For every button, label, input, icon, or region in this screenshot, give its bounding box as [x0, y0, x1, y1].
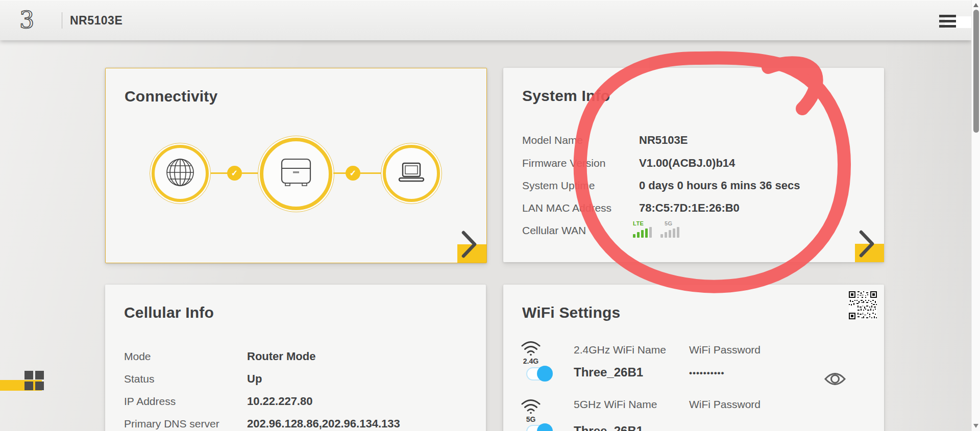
- client-node: [381, 143, 442, 204]
- grid-square: [24, 371, 33, 379]
- 5g-label: 5G: [665, 220, 673, 226]
- scrollbar-thumb[interactable]: [973, 10, 979, 133]
- internet-node: [150, 143, 211, 204]
- wifi-settings-card: WiFi Settings 2.4G 2.4GHz WiFi Name WiFi…: [503, 285, 884, 431]
- card-title: WiFi Settings: [522, 304, 620, 321]
- wifi-5g-ssid: Three_26B1: [574, 424, 643, 431]
- row-label: Primary DNS server: [124, 418, 247, 430]
- row-label: Status: [124, 373, 247, 385]
- chevron-right-icon: [856, 230, 877, 259]
- toggle-knob: [537, 423, 553, 431]
- check-icon: ✓: [227, 166, 242, 181]
- info-row-uptime: System Uptime 0 days 0 hours 6 mins 36 s…: [522, 179, 800, 192]
- row-label: Firmware Version: [522, 157, 639, 169]
- system-info-details-button[interactable]: [856, 230, 877, 259]
- row-label: Mode: [124, 350, 247, 363]
- info-row-mode: Mode Router Mode: [124, 350, 315, 363]
- info-row-firmware: Firmware Version V1.00(ACBJ.0)b14: [522, 157, 735, 170]
- grid-square: [35, 371, 44, 379]
- card-title: Connectivity: [125, 88, 217, 105]
- wifi-5g-toggle[interactable]: [526, 425, 552, 431]
- scrollbar[interactable]: [971, 0, 980, 431]
- grid-square: [35, 382, 44, 390]
- info-row-dns: Primary DNS server 202.96.128.86,202.96.…: [124, 417, 400, 430]
- info-row-status: Status Up: [124, 372, 262, 386]
- row-value: 0 days 0 hours 6 mins 36 secs: [639, 179, 800, 192]
- 5g-signal-icon: 5G: [660, 220, 679, 238]
- row-label: Cellular WAN: [522, 224, 639, 237]
- router-node: [258, 136, 334, 212]
- app-header: 3 NR5103E: [0, 0, 971, 40]
- wifi-5g-icon: 5G: [520, 399, 542, 423]
- wifi-qr-code: [849, 291, 877, 319]
- band-label: 2.4G: [520, 357, 542, 365]
- row-label: Model Name: [522, 134, 639, 146]
- row-value: Up: [247, 372, 262, 386]
- show-password-button[interactable]: [823, 370, 847, 388]
- wifi-name-label: 2.4GHz WiFi Name: [574, 344, 666, 356]
- info-row-model: Model Name NR5103E: [522, 134, 688, 147]
- cellular-info-card: Cellular Info Mode Router Mode Status Up…: [105, 285, 486, 431]
- row-value: 202.96.128.86,202.96.134.133: [247, 417, 400, 430]
- cellular-signal-indicators: LTE 5G: [633, 220, 679, 238]
- wifi-name-label: 5GHz WiFi Name: [574, 398, 657, 411]
- link-line: [360, 172, 381, 174]
- wifi-password-label: WiFi Password: [689, 398, 761, 411]
- row-value: 78:C5:7D:1E:26:B0: [639, 201, 740, 215]
- system-info-card: System Info Model Name NR5103E Firmware …: [503, 68, 884, 262]
- row-value: 10.22.227.80: [247, 395, 312, 408]
- row-label: IP Address: [124, 395, 247, 408]
- scroll-down-button[interactable]: [973, 424, 978, 428]
- info-row-mac: LAN MAC Address 78:C5:7D:1E:26:B0: [522, 201, 740, 215]
- info-row-ip: IP Address 10.22.227.80: [124, 395, 312, 408]
- eye-icon: [823, 370, 847, 388]
- toggle-knob: [537, 366, 553, 382]
- menu-button[interactable]: [938, 12, 959, 30]
- three-logo-glyph: 3: [19, 7, 34, 34]
- row-value: Router Mode: [247, 350, 315, 363]
- link-line: [242, 172, 258, 174]
- row-label: System Uptime: [522, 180, 639, 192]
- band-label: 5G: [520, 415, 542, 423]
- lte-label: LTE: [633, 220, 644, 226]
- link-line: [333, 172, 346, 174]
- card-title: Cellular Info: [124, 304, 214, 321]
- connectivity-card: Connectivity ✓ ✓: [105, 68, 487, 263]
- chevron-right-icon: [459, 230, 479, 260]
- wifi-2g-password-masked: ••••••••••: [689, 368, 725, 378]
- left-accent-decoration: [0, 371, 51, 394]
- globe-icon: [165, 158, 195, 189]
- connectivity-details-button[interactable]: [459, 230, 479, 260]
- wifi-2g-toggle[interactable]: [526, 367, 552, 381]
- scroll-up-button[interactable]: [973, 3, 978, 7]
- laptop-icon: [397, 161, 426, 186]
- row-value: NR5103E: [639, 134, 688, 147]
- row-value: V1.00(ACBJ.0)b14: [639, 157, 735, 170]
- info-row-cellular-wan: Cellular WAN: [522, 224, 639, 237]
- router-icon: [279, 158, 313, 190]
- header-divider: [62, 12, 62, 29]
- wifi-password-label: WiFi Password: [689, 344, 761, 356]
- grid-square: [24, 382, 33, 390]
- row-label: LAN MAC Address: [522, 202, 639, 214]
- link-line: [211, 172, 228, 174]
- three-logo: 3: [15, 7, 41, 34]
- card-title: System Info: [522, 87, 610, 105]
- lte-signal-icon: LTE: [633, 220, 652, 238]
- check-icon: ✓: [346, 166, 360, 181]
- wifi-2g-ssid: Three_26B1: [574, 365, 643, 379]
- wifi-2g-icon: 2.4G: [520, 341, 542, 365]
- page-title: NR5103E: [70, 14, 122, 28]
